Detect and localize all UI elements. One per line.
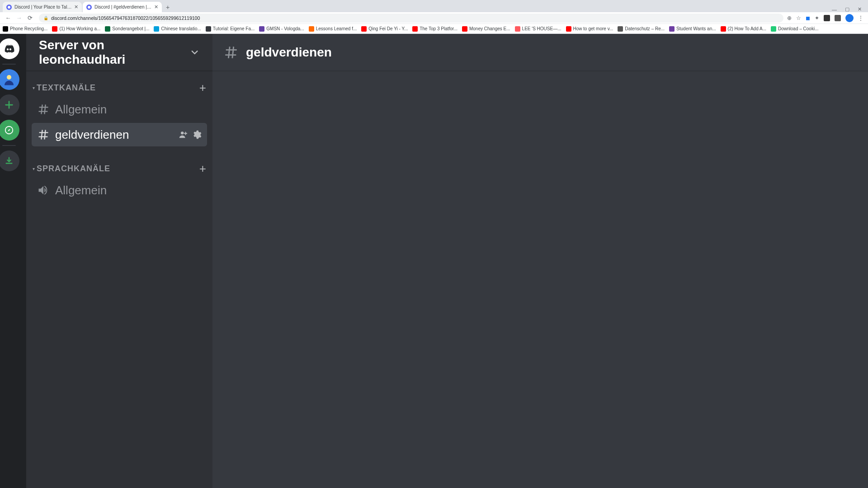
bookmark-item[interactable]: GMSN - Vologda... [259,26,304,32]
extension-icon-1[interactable] [824,15,830,21]
discord-favicon [86,5,92,10]
channel-list: ▾ TEXTKANÄLE + Allgemein geldverdienen [26,71,212,488]
browser-tab-active[interactable]: Discord | #geldverdienen | Se ✕ [83,2,162,12]
compass-icon [4,125,14,135]
discord-logo-icon [3,43,15,55]
menu-icon[interactable]: ⋮ [858,15,863,21]
channel-name: geldverdienen [55,128,178,142]
channel-item-geldverdienen[interactable]: geldverdienen [32,123,207,146]
speaker-icon [37,184,50,197]
chevron-down-icon: ▾ [33,166,35,171]
address-bar[interactable]: 🔒 discord.com/channels/10565479476318700… [39,14,783,23]
channel-sidebar: Server von leonchaudhari ▾ TEXTKANÄLE + … [26,34,212,488]
reload-button[interactable]: ⟳ [25,14,34,23]
channel-item-allgemein[interactable]: Allgemein [32,98,207,121]
browser-tab[interactable]: Discord | Your Place to Talk a ✕ [3,2,82,12]
url-text: discord.com/channels/1056547947631870022… [51,15,200,21]
browser-chrome: Discord | Your Place to Talk a ✕ Discord… [0,0,868,34]
close-icon[interactable]: ✕ [74,4,78,10]
server-name: Server von leonchaudhari [39,38,189,67]
tab-title: Discord | #geldverdienen | Se [94,5,152,9]
bookmark-item[interactable]: Download – Cooki... [771,26,819,32]
download-icon [4,156,14,166]
bookmarks-bar: Phone Recycling... (1) How Working a... … [0,24,868,34]
channel-actions [178,130,202,140]
server-header[interactable]: Server von leonchaudhari [26,34,212,71]
svg-point-0 [7,75,11,80]
install-icon[interactable]: ⊕ [787,15,792,21]
lock-icon: 🔒 [43,16,48,20]
chevron-down-icon: ▾ [33,85,35,90]
home-button[interactable] [0,38,19,59]
bookmark-item[interactable]: Tutorial: Eigene Fa... [206,26,255,32]
voice-channel-item-allgemein[interactable]: Allgemein [32,178,207,202]
explore-button[interactable] [0,120,19,141]
discord-favicon [6,5,12,10]
back-button[interactable]: ← [4,14,13,23]
hash-icon [37,128,50,141]
gear-icon[interactable] [192,130,202,140]
tab-title: Discord | Your Place to Talk a [14,5,72,9]
category-label: TEXTKANÄLE [37,83,199,93]
facebook-icon[interactable]: ◼ [806,15,810,21]
share-icon[interactable]: ☆ [796,15,801,21]
chevron-down-icon [189,47,200,58]
server-list [0,34,26,488]
add-server-button[interactable] [0,94,19,115]
add-channel-button[interactable]: + [199,81,206,95]
download-apps-button[interactable] [0,150,19,171]
new-tab-button[interactable]: + [163,2,173,12]
close-icon[interactable]: ✕ [858,6,862,12]
server-separator [2,145,16,146]
category-label: SPRACHKANÄLE [37,164,199,174]
minimize-icon[interactable]: — [832,7,837,12]
bookmark-item[interactable]: Lessons Learned f... [309,26,357,32]
bookmark-item[interactable]: How to get more v... [566,26,613,32]
discord-app: Server von leonchaudhari ▾ TEXTKANÄLE + … [0,34,868,488]
bookmark-item[interactable]: Datenschutz – Re... [618,26,665,32]
hash-icon [223,45,239,60]
bookmark-item[interactable]: Phone Recycling... [3,26,47,32]
avatar-icon [2,73,16,86]
plus-icon [4,100,14,110]
tab-strip: Discord | Your Place to Talk a ✕ Discord… [0,0,868,12]
channel-name: Allgemein [55,183,202,197]
svg-point-2 [181,131,184,134]
bookmark-item[interactable]: The Top 3 Platfor... [412,26,458,32]
toolbar-icons: ⊕ ☆ ◼ ✦ ⋮ [787,14,865,22]
bookmark-item[interactable]: Student Wants an... [669,26,716,32]
window-controls: — ▢ ✕ [832,6,868,12]
invite-icon[interactable] [178,130,188,140]
extension-icon-2[interactable] [835,15,841,21]
bookmark-item[interactable]: LEE 'S HOUSE—... [515,26,561,32]
channel-header: geldverdienen [212,34,868,71]
channel-title: geldverdienen [246,45,332,60]
bookmark-item[interactable]: Chinese translatio... [154,26,201,32]
bookmark-item[interactable]: Sonderangebot |... [105,26,149,32]
browser-toolbar: ← → ⟳ 🔒 discord.com/channels/10565479476… [0,12,868,24]
channel-name: Allgemein [55,103,202,117]
maximize-icon[interactable]: ▢ [845,6,849,12]
add-channel-button[interactable]: + [199,162,206,176]
hash-icon [37,103,50,116]
server-icon[interactable] [0,69,19,90]
close-icon[interactable]: ✕ [154,4,158,10]
category-header-text[interactable]: ▾ TEXTKANÄLE + [32,81,207,95]
bookmark-item[interactable]: (2) How To Add A... [721,26,766,32]
server-separator [2,64,16,65]
bookmark-item[interactable]: Money Changes E... [462,26,510,32]
forward-button[interactable]: → [14,14,24,23]
bookmark-item[interactable]: (1) How Working a... [52,26,100,32]
chat-area: geldverdienen [212,34,868,488]
profile-avatar[interactable] [845,14,854,22]
category-header-voice[interactable]: ▾ SPRACHKANÄLE + [32,162,207,176]
bookmark-item[interactable]: Qing Fei De Yi - Y... [361,26,408,32]
extensions-icon[interactable]: ✦ [815,15,819,21]
